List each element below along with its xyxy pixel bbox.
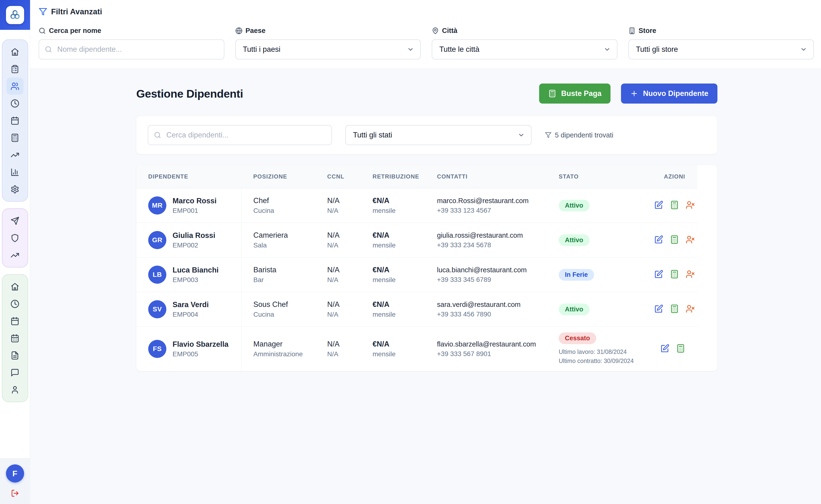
employee-ccnl-level: N/A — [327, 311, 356, 318]
page-title: Gestione Dipendenti — [136, 87, 243, 100]
status-badge: Attivo — [559, 234, 589, 246]
employee-email: giulia.rossi@restaurant.com — [437, 231, 542, 239]
employee-salary-period: mensile — [373, 207, 420, 215]
status-badge: Cessato — [559, 332, 596, 344]
new-employee-button-label: Nuovo Dipendente — [643, 89, 708, 98]
employee-search-input[interactable] — [148, 125, 332, 145]
sidebar-nav — [0, 30, 30, 402]
store-filter-value: Tutti gli store — [636, 45, 678, 54]
employee-ccnl: N/A — [327, 300, 356, 309]
advanced-filters-title: Filtri Avanzati — [51, 7, 102, 16]
employee-email: luca.bianchi@restaurant.com — [437, 266, 542, 274]
sidebar-item-trending-up[interactable] — [6, 146, 24, 163]
employee-avatar: SV — [148, 300, 166, 318]
employee-row: LB Luca Bianchi EMP003 Barista Bar N/A N… — [136, 257, 697, 292]
name-filter-input[interactable] — [39, 39, 224, 59]
employee-email: flavio.sbarzella@restaurant.com — [437, 340, 542, 348]
country-filter-value: Tutti i paesi — [243, 45, 280, 54]
deactivate-employee-button[interactable] — [686, 304, 695, 313]
payroll-employee-button[interactable] — [670, 304, 679, 313]
edit-employee-button[interactable] — [660, 344, 669, 353]
store-filter-select[interactable]: Tutti gli store — [628, 39, 814, 59]
sidebar-item-send[interactable] — [6, 212, 24, 229]
sidebar-item-shield[interactable] — [6, 229, 24, 247]
employee-search-wrap — [148, 125, 332, 145]
sidebar-item-clock[interactable] — [6, 295, 24, 312]
filter-label: Città — [432, 27, 617, 35]
column-header-contatti: CONTATTI — [425, 165, 547, 188]
status-badge: Attivo — [559, 304, 589, 315]
user-avatar[interactable]: F — [6, 464, 24, 483]
chevron-down-icon — [604, 46, 611, 53]
employee-department: Amministrazione — [253, 350, 311, 358]
sidebar-item-trending-up[interactable] — [6, 247, 24, 264]
employee-ccnl-level: N/A — [327, 350, 356, 358]
sidebar-item-clock[interactable] — [6, 95, 24, 112]
status-filter-select[interactable]: Tutti gli stati — [345, 125, 532, 145]
employees-table: DIPENDENTE POSIZIONE CCNL RETRIBUZIONE C… — [136, 165, 697, 371]
sidebar-item-users[interactable] — [6, 78, 24, 95]
employee-name: Sara Verdi — [173, 300, 209, 309]
payroll-button-label: Buste Paga — [561, 89, 601, 98]
city-filter-select[interactable]: Tutte le città — [432, 39, 617, 59]
employee-phone: +39 333 567 8901 — [437, 350, 542, 358]
edit-employee-button[interactable] — [654, 304, 663, 313]
edit-employee-button[interactable] — [654, 270, 663, 279]
edit-employee-button[interactable] — [654, 235, 663, 244]
sidebar-item-message-square[interactable] — [6, 364, 24, 381]
country-filter-select[interactable]: Tutti i paesi — [235, 39, 421, 59]
row-actions — [654, 235, 695, 244]
employee-code: EMP004 — [173, 311, 209, 318]
payroll-employee-button[interactable] — [670, 200, 679, 210]
employee-department: Cucina — [253, 207, 311, 215]
status-badge: Attivo — [559, 200, 589, 211]
payroll-employee-button[interactable] — [670, 235, 679, 244]
sidebar-item-settings[interactable] — [6, 181, 24, 198]
filter-label-text: Store — [639, 27, 656, 35]
sidebar-item-calendar[interactable] — [6, 112, 24, 129]
employee-ccnl: N/A — [327, 340, 356, 348]
employee-department: Cucina — [253, 311, 311, 318]
filter-city: CittàTutte le città — [432, 27, 617, 59]
column-header-posizione: POSIZIONE — [241, 165, 315, 188]
edit-employee-button[interactable] — [654, 200, 663, 210]
results-count: 5 dipendenti trovati — [545, 131, 613, 139]
column-header-retribuzione: RETRIBUZIONE — [361, 165, 425, 188]
sidebar-item-bar-chart[interactable] — [6, 163, 24, 181]
filter-label: Store — [628, 27, 814, 35]
sidebar-item-user[interactable] — [6, 381, 24, 398]
sidebar-item-file-text[interactable] — [6, 347, 24, 364]
sidebar-item-calculator[interactable] — [6, 129, 24, 146]
page-header: Gestione Dipendenti Buste Paga Nuovo Dip… — [136, 84, 717, 104]
new-employee-button[interactable]: Nuovo Dipendente — [621, 84, 717, 104]
logout-button[interactable] — [11, 489, 19, 497]
status-filter-value: Tutti gli stati — [353, 131, 392, 139]
payroll-button[interactable]: Buste Paga — [539, 84, 610, 104]
deactivate-employee-button[interactable] — [686, 235, 695, 244]
column-header-dipendente: DIPENDENTE — [136, 165, 241, 188]
header-actions: Buste Paga Nuovo Dipendente — [539, 84, 717, 104]
payroll-employee-button[interactable] — [676, 344, 685, 353]
employee-avatar: LB — [148, 266, 166, 284]
filter-label: Cerca per nome — [39, 27, 224, 35]
sidebar-item-clipboard-list[interactable] — [6, 60, 24, 78]
deactivate-employee-button[interactable] — [686, 270, 695, 279]
sidebar-item-calendar[interactable] — [6, 312, 24, 330]
employees-table-card: DIPENDENTE POSIZIONE CCNL RETRIBUZIONE C… — [136, 165, 717, 371]
payroll-employee-button[interactable] — [670, 270, 679, 279]
deactivate-employee-button[interactable] — [686, 200, 695, 210]
status-badge: In Ferie — [559, 269, 594, 281]
sidebar-item-home[interactable] — [6, 278, 24, 295]
sidebar-item-home[interactable] — [6, 43, 24, 60]
app-logo[interactable] — [0, 0, 30, 30]
employee-avatar: MR — [148, 196, 166, 215]
row-actions — [654, 270, 695, 279]
table-header-row: DIPENDENTE POSIZIONE CCNL RETRIBUZIONE C… — [136, 165, 697, 188]
employee-code: EMP003 — [173, 276, 219, 284]
city-filter-value: Tutte le città — [439, 45, 479, 54]
employee-position: Barista — [253, 266, 311, 274]
results-count-label: 5 dipendenti trovati — [555, 131, 613, 139]
employee-row: GR Giulia Rossi EMP002 Cameriera Sala N/… — [136, 223, 697, 257]
employee-phone: +39 333 234 5678 — [437, 241, 542, 249]
sidebar-item-calendar-days[interactable] — [6, 330, 24, 347]
